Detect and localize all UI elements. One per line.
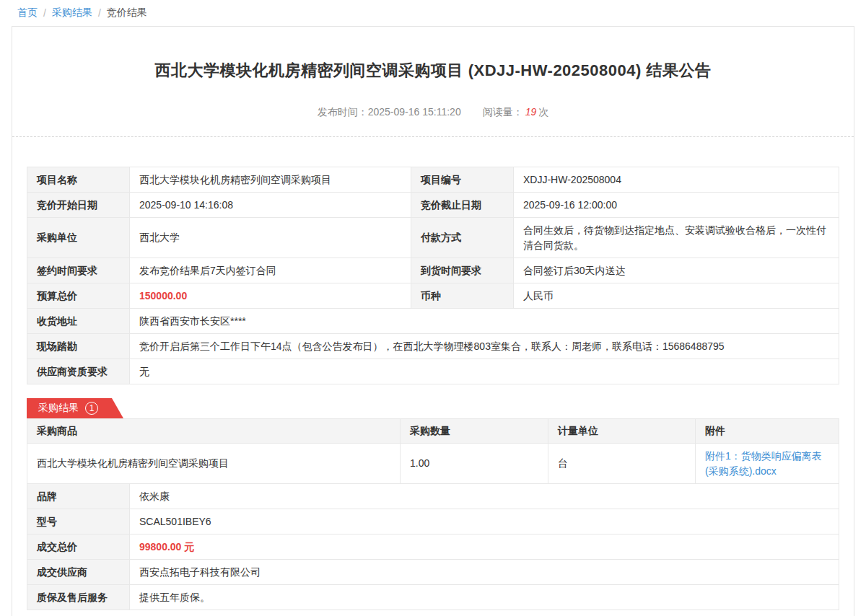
procurement-result-table: 采购商品 采购数量 计量单位 附件 西北大学模块化机房精密列间空调采购项目 1.… bbox=[27, 418, 839, 484]
announcement-header: 西北大学模块化机房精密列间空调采购项目 (XDJJ-HW-202508004) … bbox=[27, 27, 839, 137]
column-header-quantity: 采购数量 bbox=[401, 419, 548, 444]
project-info-table: 项目名称 西北大学模块化机房精密列间空调采购项目 项目编号 XDJJ-HW-20… bbox=[27, 167, 839, 384]
attachment-link[interactable]: 附件1：货物类响应偏离表(采购系统).docx bbox=[705, 450, 822, 477]
publish-time-value: 2025-09-16 15:11:20 bbox=[368, 106, 461, 118]
delivery-time-label: 到货时间要求 bbox=[411, 258, 514, 283]
announcement-card: 西北大学模块化机房精密列间空调采购项目 (XDJJ-HW-202508004) … bbox=[12, 26, 854, 616]
brand-value: 依米康 bbox=[130, 484, 839, 509]
table-row: 项目名称 西北大学模块化机房精密列间空调采购项目 项目编号 XDJJ-HW-20… bbox=[27, 167, 839, 193]
award-supplier-label: 成交供应商 bbox=[27, 560, 130, 585]
table-header-row: 采购商品 采购数量 计量单位 附件 bbox=[27, 419, 839, 444]
signing-time-value: 发布竞价结果后7天内签订合同 bbox=[130, 258, 411, 283]
table-row: 型号 SCAL501IBEY6 bbox=[27, 509, 839, 534]
procurement-result-badge-label: 采购结果 bbox=[38, 402, 79, 415]
procurement-result-count: 1 bbox=[85, 402, 98, 415]
project-name-label: 项目名称 bbox=[27, 167, 130, 193]
views-label: 阅读量： bbox=[483, 106, 523, 118]
unit-cell: 台 bbox=[548, 444, 696, 484]
delivery-address-value: 陕西省西安市长安区**** bbox=[130, 309, 839, 334]
table-row: 竞价开始日期 2025-09-10 14:16:08 竞价截止日期 2025-0… bbox=[27, 193, 839, 218]
breadcrumb-procurement-results-link[interactable]: 采购结果 bbox=[52, 6, 92, 19]
table-row: 质保及售后服务 提供五年质保。 bbox=[27, 585, 839, 610]
page-title: 西北大学模块化机房精密列间空调采购项目 (XDJJ-HW-202508004) … bbox=[27, 27, 839, 82]
purchaser-value: 西北大学 bbox=[130, 218, 411, 258]
warranty-label: 质保及售后服务 bbox=[27, 585, 130, 610]
payment-method-value: 合同生效后，待货物到达指定地点、安装调试验收合格后，一次性付清合同货款。 bbox=[514, 218, 839, 258]
brand-label: 品牌 bbox=[27, 484, 130, 509]
column-header-unit: 计量单位 bbox=[548, 419, 696, 444]
dashed-divider bbox=[12, 136, 854, 137]
project-number-label: 项目编号 bbox=[411, 167, 514, 193]
site-survey-value: 竞价开启后第三个工作日下午14点（包含公告发布日），在西北大学物理楼803室集合… bbox=[130, 334, 839, 359]
bid-start-label: 竞价开始日期 bbox=[27, 193, 130, 218]
publish-meta: 发布时间：2025-09-16 15:11:20阅读量：19次 bbox=[27, 106, 839, 119]
model-label: 型号 bbox=[27, 509, 130, 534]
table-row: 成交供应商 西安点拓电子科技有限公司 bbox=[27, 560, 839, 585]
breadcrumb-current-page: 竞价结果 bbox=[107, 6, 147, 19]
breadcrumb: 首页 / 采购结果 / 竞价结果 bbox=[0, 0, 866, 19]
table-row: 签约时间要求 发布竞价结果后7天内签订合同 到货时间要求 合同签订后30天内送达 bbox=[27, 258, 839, 283]
table-row: 供应商资质要求 无 bbox=[27, 359, 839, 384]
views-unit: 次 bbox=[538, 106, 548, 118]
views-count: 19 bbox=[525, 106, 537, 118]
currency-value: 人民币 bbox=[514, 283, 839, 309]
project-name-value: 西北大学模块化机房精密列间空调采购项目 bbox=[130, 167, 411, 193]
signing-time-label: 签约时间要求 bbox=[27, 258, 130, 283]
model-value: SCAL501IBEY6 bbox=[130, 509, 839, 534]
supplier-qualification-label: 供应商资质要求 bbox=[27, 359, 130, 384]
table-row: 预算总价 150000.00 币种 人民币 bbox=[27, 283, 839, 309]
breadcrumb-home-link[interactable]: 首页 bbox=[17, 6, 38, 19]
product-name-cell: 西北大学模块化机房精密列间空调采购项目 bbox=[27, 444, 401, 484]
publish-time-label: 发布时间： bbox=[318, 106, 368, 118]
currency-label: 币种 bbox=[411, 283, 514, 309]
budget-total-value: 150000.00 bbox=[130, 283, 411, 309]
column-header-product: 采购商品 bbox=[27, 419, 401, 444]
supplier-qualification-value: 无 bbox=[130, 359, 839, 384]
table-row: 采购单位 西北大学 付款方式 合同生效后，待货物到达指定地点、安装调试验收合格后… bbox=[27, 218, 839, 258]
table-row: 品牌 依米康 bbox=[27, 484, 839, 509]
budget-total-label: 预算总价 bbox=[27, 283, 130, 309]
procurement-result-badge: 采购结果 1 bbox=[27, 398, 123, 418]
column-header-attachment: 附件 bbox=[696, 419, 839, 444]
delivery-time-value: 合同签订后30天内送达 bbox=[514, 258, 839, 283]
table-row: 现场踏勘 竞价开启后第三个工作日下午14点（包含公告发布日），在西北大学物理楼8… bbox=[27, 334, 839, 359]
project-number-value: XDJJ-HW-202508004 bbox=[514, 167, 839, 193]
bid-deadline-label: 竞价截止日期 bbox=[411, 193, 514, 218]
bid-deadline-value: 2025-09-16 12:00:00 bbox=[514, 193, 839, 218]
award-price-label: 成交总价 bbox=[27, 534, 130, 560]
payment-method-label: 付款方式 bbox=[411, 218, 514, 258]
table-row: 收货地址 陕西省西安市长安区**** bbox=[27, 309, 839, 334]
table-row: 西北大学模块化机房精密列间空调采购项目 1.00 台 附件1：货物类响应偏离表(… bbox=[27, 444, 839, 484]
purchaser-label: 采购单位 bbox=[27, 218, 130, 258]
breadcrumb-separator: / bbox=[98, 7, 101, 19]
attachment-cell: 附件1：货物类响应偏离表(采购系统).docx bbox=[696, 444, 839, 484]
warranty-value: 提供五年质保。 bbox=[130, 585, 839, 610]
award-detail-table: 品牌 依米康 型号 SCAL501IBEY6 成交总价 99800.00 元 成… bbox=[27, 483, 839, 610]
bid-start-value: 2025-09-10 14:16:08 bbox=[130, 193, 411, 218]
award-supplier-value: 西安点拓电子科技有限公司 bbox=[130, 560, 839, 585]
table-row: 成交总价 99800.00 元 bbox=[27, 534, 839, 560]
site-survey-label: 现场踏勘 bbox=[27, 334, 130, 359]
breadcrumb-separator: / bbox=[43, 7, 46, 19]
award-price-value: 99800.00 元 bbox=[130, 534, 839, 560]
delivery-address-label: 收货地址 bbox=[27, 309, 130, 334]
quantity-cell: 1.00 bbox=[401, 444, 548, 484]
